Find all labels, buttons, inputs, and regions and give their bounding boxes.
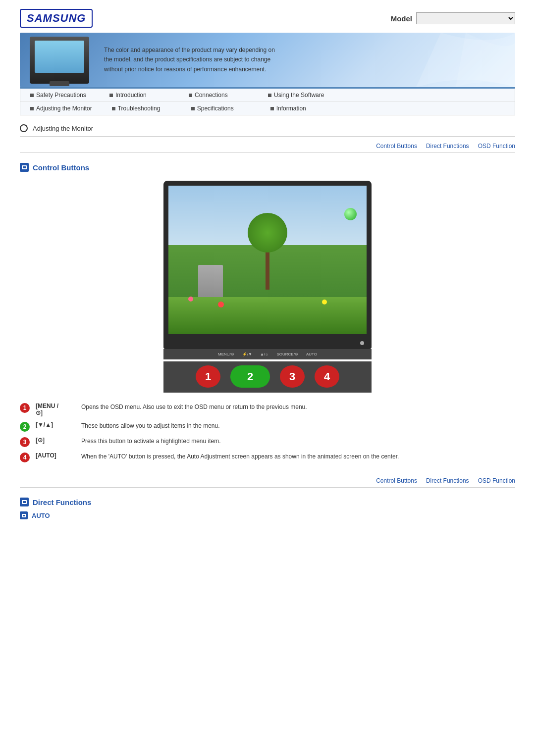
control-buttons-heading: Control Buttons — [20, 163, 515, 172]
controls-list: 1 [MENU /⊙] Opens the OSD menu. Also use… — [20, 403, 515, 462]
monitor-outer — [163, 181, 372, 349]
model-select[interactable] — [416, 12, 515, 24]
auto-sub-title: AUTO — [32, 512, 50, 519]
nav-item-intro[interactable]: Introduction — [100, 89, 179, 101]
nav-bar: Safety Precautions Introduction Connecti… — [20, 87, 515, 115]
flower-3 — [322, 300, 327, 304]
ctrl-num-3: 3 — [20, 437, 30, 447]
direct-functions-heading: Direct Functions — [20, 498, 515, 506]
samsung-logo: SAMSUNG — [20, 9, 93, 28]
direct-functions-title: Direct Functions — [33, 498, 91, 506]
nav-label: Introduction — [115, 92, 147, 99]
nav-row-1: Safety Precautions Introduction Connecti… — [20, 89, 515, 102]
nav-label: Specifications — [197, 105, 234, 112]
nav-label: Troubleshooting — [118, 105, 160, 112]
breadcrumb: Adjusting the Monitor — [20, 124, 515, 137]
nav-item-software[interactable]: Using the Software — [258, 89, 337, 101]
nav-label: Safety Precautions — [36, 92, 86, 99]
nav-item-connections[interactable]: Connections — [179, 89, 258, 101]
direct-functions-icon — [20, 498, 29, 506]
control-item-1: 1 [MENU /⊙] Opens the OSD menu. Also use… — [20, 403, 515, 416]
flower-2 — [218, 302, 224, 307]
section-title: Control Buttons — [33, 163, 89, 172]
auto-sub-heading: AUTO — [20, 511, 515, 519]
nav-bullet — [112, 107, 115, 110]
numbered-buttons: 1 2 3 4 — [163, 361, 372, 393]
nav-label: Using the Software — [274, 92, 324, 99]
nav-label: Adjusting the Monitor — [36, 105, 92, 112]
banner-monitor-stand — [50, 81, 69, 86]
nav-bullet — [268, 94, 271, 97]
strip-label-auto: AUTO — [306, 352, 317, 356]
monitor-display-container: MENU/⊙ ⚡/▼ ▲/☼ SOURCE/⊙ AUTO 1 2 3 4 — [0, 181, 535, 393]
flower-1 — [188, 297, 193, 302]
ctrl-num-4: 4 — [20, 453, 30, 462]
banner-monitor-screen — [35, 41, 84, 73]
ctrl-desc-1: Opens the OSD menu. Also use to exit the… — [81, 403, 307, 411]
ctrl-label-2: [▼/▲] — [36, 421, 75, 428]
control-item-2: 2 [▼/▲] These buttons allow you to adjus… — [20, 421, 515, 432]
nav-bullet — [30, 107, 34, 110]
tab-bottom-osd-function[interactable]: OSD Function — [478, 477, 515, 484]
breadcrumb-text: Adjusting the Monitor — [33, 125, 93, 132]
control-item-4: 4 [AUTO] When the 'AUTO' button is press… — [20, 452, 515, 462]
auto-sub-icon-inner — [22, 514, 26, 517]
tab-control-buttons[interactable]: Control Buttons — [376, 143, 417, 150]
nav-item-safety[interactable]: Safety Precautions — [20, 89, 100, 101]
tab-bottom-direct-functions[interactable]: Direct Functions — [426, 477, 469, 484]
banner-monitor — [30, 37, 89, 84]
control-btn-4[interactable]: 4 — [315, 365, 339, 388]
page-footer — [0, 519, 535, 559]
nav-item-specs[interactable]: Specifications — [181, 102, 261, 115]
nav-item-troubleshooting[interactable]: Troubleshooting — [102, 102, 181, 115]
garden-grass — [168, 297, 367, 334]
ctrl-label-1: [MENU /⊙] — [36, 403, 75, 416]
ctrl-desc-4: When the 'AUTO' button is pressed, the A… — [81, 452, 399, 461]
section-icon — [20, 163, 29, 172]
monitor-display-area: MENU/⊙ ⚡/▼ ▲/☼ SOURCE/⊙ AUTO 1 2 3 4 — [163, 181, 372, 393]
nav-label: Connections — [195, 92, 228, 99]
nav-row-2: Adjusting the Monitor Troubleshooting Sp… — [20, 102, 515, 115]
banner: The color and appearance of the product … — [20, 33, 515, 87]
header: SAMSUNG Model — [0, 0, 535, 28]
button-strip: MENU/⊙ ⚡/▼ ▲/☼ SOURCE/⊙ AUTO — [163, 349, 372, 359]
strip-label-source: SOURCE/⊙ — [276, 352, 298, 356]
ctrl-label-3: [⊙] — [36, 437, 75, 444]
control-btn-2[interactable]: 2 — [230, 365, 270, 388]
nav-bullet — [189, 94, 192, 97]
strip-label-up: ▲/☼ — [260, 352, 268, 356]
nav-label: Information — [276, 105, 306, 112]
control-btn-1[interactable]: 1 — [196, 365, 220, 388]
section-icon-inner — [22, 165, 27, 169]
tab-bottom-control-buttons[interactable]: Control Buttons — [376, 477, 417, 484]
power-led — [360, 341, 364, 345]
breadcrumb-icon — [20, 124, 28, 132]
tab-direct-functions[interactable]: Direct Functions — [426, 143, 469, 150]
section-tabs-top: Control Buttons Direct Functions OSD Fun… — [20, 143, 515, 153]
banner-text: The color and appearance of the product … — [104, 46, 277, 74]
ctrl-num-2: 2 — [20, 422, 30, 432]
strip-label-menu: MENU/⊙ — [218, 352, 234, 356]
nav-bullet — [109, 94, 113, 97]
direct-functions-icon-inner — [22, 500, 27, 504]
nav-bullet — [30, 94, 34, 97]
nav-bullet — [270, 107, 274, 110]
auto-sub-icon — [20, 511, 28, 519]
green-ornament — [344, 208, 357, 220]
garden-foliage — [248, 213, 287, 252]
model-label: Model — [391, 14, 412, 23]
ctrl-label-4: [AUTO] — [36, 452, 75, 459]
nav-item-adjusting[interactable]: Adjusting the Monitor — [20, 102, 102, 115]
monitor-screen — [168, 186, 367, 334]
section-tabs-bottom: Control Buttons Direct Functions OSD Fun… — [20, 477, 515, 488]
nav-item-info[interactable]: Information — [261, 102, 340, 115]
ctrl-num-1: 1 — [20, 403, 30, 413]
ctrl-desc-2: These buttons allow you to adjust items … — [81, 421, 220, 430]
model-area: Model — [391, 12, 515, 24]
control-item-3: 3 [⊙] Press this button to activate a hi… — [20, 437, 515, 447]
banner-decoration — [367, 33, 515, 87]
control-btn-3[interactable]: 3 — [280, 365, 305, 388]
strip-label-down: ⚡/▼ — [242, 352, 252, 356]
nav-bullet — [191, 107, 195, 110]
tab-osd-function[interactable]: OSD Function — [478, 143, 515, 150]
